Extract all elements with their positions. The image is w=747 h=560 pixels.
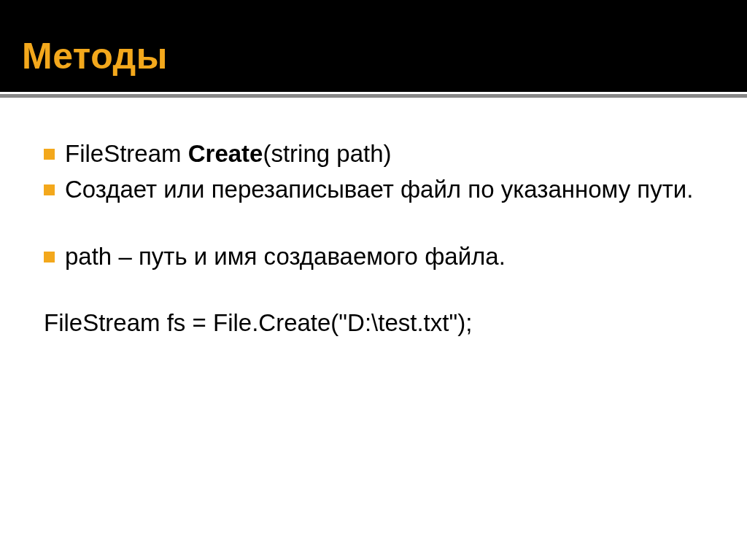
text-segment: FileStream [65,140,188,167]
slide-title: Методы [22,35,725,77]
item-text: path – путь и имя создаваемого файла. [65,241,703,273]
slide: Методы FileStream Create(string path) Со… [0,0,747,560]
slide-header: Методы [0,0,747,94]
item-text: Создает или перезаписывает файл по указа… [65,174,703,206]
code-line: FileStream fs = File.Create("D:\test.txt… [44,307,703,340]
bullet-icon [44,252,55,262]
bullet-icon [44,149,55,160]
text-segment: (string path) [263,140,391,167]
text-bold: Create [188,140,263,167]
list-item: Создает или перезаписывает файл по указа… [44,174,703,206]
item-text: FileStream Create(string path) [65,138,703,171]
spacer [44,209,703,241]
bullet-icon [44,184,55,195]
list-item: FileStream Create(string path) [44,138,703,171]
list-item: path – путь и имя создаваемого файла. [44,241,703,273]
slide-content: FileStream Create(string path) Создает и… [0,101,747,368]
